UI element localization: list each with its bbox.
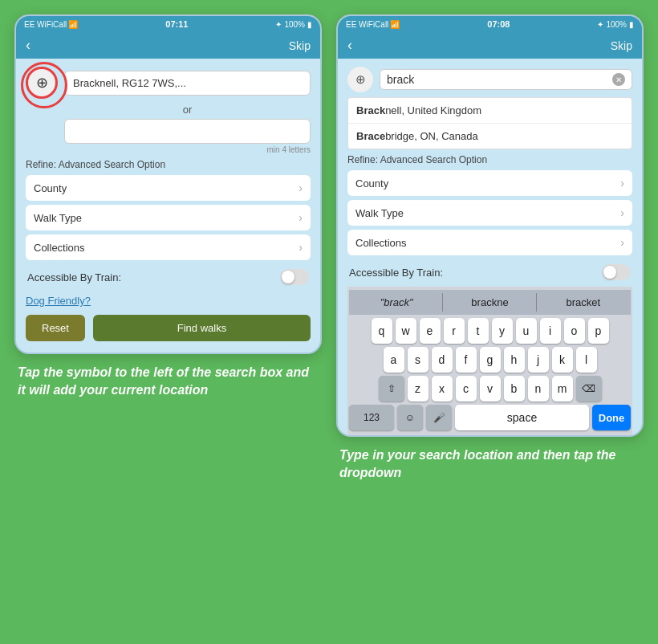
kb-p[interactable]: p — [588, 318, 609, 344]
right-autocomplete-bar: "brack" brackne bracket — [349, 290, 631, 315]
right-autocomplete-0[interactable]: "brack" — [351, 293, 443, 312]
kb-b[interactable]: b — [504, 376, 525, 401]
right-location-symbol[interactable]: ⊕ — [347, 67, 373, 92]
right-dropdown-bold-1: Brace — [356, 130, 385, 142]
kb-emoji[interactable]: ☺ — [397, 405, 423, 430]
left-location-row: ⊕ Bracknell, RG12 7WS,... — [26, 67, 311, 99]
left-option-walktype[interactable]: Walk Type › — [26, 205, 311, 230]
left-option-collections[interactable]: Collections › — [26, 234, 311, 260]
left-location-symbol[interactable]: ⊕ — [26, 67, 58, 99]
left-back-button[interactable]: ‹ — [26, 37, 30, 54]
kb-e[interactable]: e — [420, 318, 441, 344]
left-or-text: or — [64, 104, 311, 116]
left-crosshair-icon: ⊕ — [36, 74, 48, 92]
right-panel: EE WiFiCall 📶 07:08 ✦ 100% ▮ ‹ Skip ⊕ — [336, 14, 644, 481]
left-min-letters: min 4 letters — [26, 145, 311, 154]
right-autocomplete-2[interactable]: bracket — [538, 293, 629, 312]
left-bluetooth-icon: ✦ — [275, 20, 282, 29]
left-walktype-label: Walk Type — [34, 212, 82, 224]
kb-backspace[interactable]: ⌫ — [576, 376, 602, 401]
right-status-bar: EE WiFiCall 📶 07:08 ✦ 100% ▮ — [338, 16, 642, 32]
right-battery-text: 100% — [606, 20, 627, 29]
left-skip-button[interactable]: Skip — [289, 39, 311, 52]
right-collections-label: Collections — [355, 237, 407, 249]
left-reset-button[interactable]: Reset — [26, 315, 85, 341]
kb-done[interactable]: Done — [592, 405, 631, 430]
right-search-input[interactable] — [387, 73, 607, 86]
kb-o[interactable]: o — [564, 318, 585, 344]
right-crosshair-icon: ⊕ — [355, 72, 366, 87]
left-collections-label: Collections — [34, 242, 85, 254]
left-toggle-label: Accessible By Train: — [27, 271, 121, 283]
right-collections-chevron: › — [620, 236, 624, 249]
left-find-button[interactable]: Find walks — [93, 315, 311, 341]
left-battery-text: 100% — [284, 20, 305, 29]
right-time: 07:08 — [487, 19, 510, 29]
left-county-chevron: › — [299, 181, 303, 194]
right-search-box: ✕ — [380, 69, 632, 90]
left-nav-bar: ‹ Skip — [16, 32, 320, 59]
right-battery: ✦ 100% ▮ — [597, 20, 634, 29]
kb-h[interactable]: h — [504, 347, 525, 373]
kb-shift[interactable]: ⇧ — [379, 376, 404, 401]
right-kb-row-2: a s d f g h j k l — [349, 347, 631, 373]
kb-n[interactable]: n — [528, 376, 549, 401]
left-search-input[interactable] — [64, 119, 311, 144]
right-nav-bar: ‹ Skip — [338, 32, 642, 59]
kb-123[interactable]: 123 — [349, 405, 394, 430]
right-dropdown-item-1[interactable]: Bracebridge, ON, Canada — [348, 124, 632, 149]
right-toggle-label: Accessible By Train: — [349, 267, 443, 279]
right-back-button[interactable]: ‹ — [347, 37, 352, 54]
right-walktype-label: Walk Type — [355, 207, 404, 219]
kb-z[interactable]: z — [408, 376, 429, 401]
kb-t[interactable]: t — [468, 318, 489, 344]
right-signal-text: EE WiFiCall — [346, 20, 388, 29]
right-dropdown-bold-0: Brack — [356, 104, 385, 116]
kb-i[interactable]: i — [540, 318, 561, 344]
right-clear-button[interactable]: ✕ — [612, 73, 625, 86]
kb-x[interactable]: x — [432, 376, 453, 401]
right-kb-bottom-row: 123 ☺ 🎤 space Done — [349, 405, 631, 430]
right-walktype-chevron: › — [620, 206, 624, 219]
kb-k[interactable]: k — [552, 347, 573, 373]
kb-w[interactable]: w — [396, 318, 416, 344]
kb-r[interactable]: r — [444, 318, 465, 344]
left-status-bar: EE WiFiCall 📶 07:11 ✦ 100% ▮ — [16, 16, 320, 32]
left-button-row: Reset Find walks — [26, 315, 311, 341]
kb-j[interactable]: j — [528, 347, 549, 373]
kb-g[interactable]: g — [480, 347, 501, 373]
right-skip-button[interactable]: Skip — [611, 39, 632, 52]
right-option-collections[interactable]: Collections › — [347, 230, 632, 255]
kb-d[interactable]: d — [432, 347, 453, 373]
kb-q[interactable]: q — [372, 318, 392, 344]
kb-l[interactable]: l — [576, 347, 597, 373]
right-option-county[interactable]: County › — [347, 170, 632, 196]
left-dog-friendly-link[interactable]: Dog Friendly? — [26, 295, 311, 307]
left-location-input[interactable]: Bracknell, RG12 7WS,... — [64, 71, 311, 96]
kb-u[interactable]: u — [516, 318, 537, 344]
right-dropdown-item-0[interactable]: Bracknell, United Kingdom — [348, 98, 632, 124]
kb-mic[interactable]: 🎤 — [426, 405, 452, 430]
kb-y[interactable]: y — [492, 318, 513, 344]
left-caption: Tap the symbol to the left of the search… — [14, 364, 322, 398]
left-county-label: County — [34, 182, 67, 194]
right-option-walktype[interactable]: Walk Type › — [347, 200, 632, 226]
right-autocomplete-1[interactable]: brackne — [444, 293, 536, 312]
kb-space[interactable]: space — [455, 405, 589, 430]
kb-c[interactable]: c — [456, 376, 477, 401]
kb-s[interactable]: s — [408, 347, 429, 373]
kb-f[interactable]: f — [456, 347, 477, 373]
left-phone-body: ⊕ Bracknell, RG12 7WS,... or min 4 lette… — [16, 59, 320, 353]
left-option-county[interactable]: County › — [26, 175, 311, 201]
kb-a[interactable]: a — [384, 347, 404, 373]
right-keyboard: "brack" brackne bracket q w e r t y u i … — [347, 287, 632, 435]
left-train-toggle[interactable] — [280, 269, 309, 285]
kb-m[interactable]: m — [552, 376, 573, 401]
left-refine-label: Refine: Advanced Search Option — [26, 159, 311, 170]
right-toggle-row: Accessible By Train: — [347, 259, 632, 287]
kb-v[interactable]: v — [480, 376, 501, 401]
right-train-toggle[interactable] — [602, 264, 631, 280]
right-dropdown-rest-0: nell, United Kingdom — [385, 104, 481, 116]
right-dropdown-results: Bracknell, United Kingdom Bracebridge, O… — [347, 97, 632, 149]
right-battery-icon: ▮ — [629, 20, 634, 29]
